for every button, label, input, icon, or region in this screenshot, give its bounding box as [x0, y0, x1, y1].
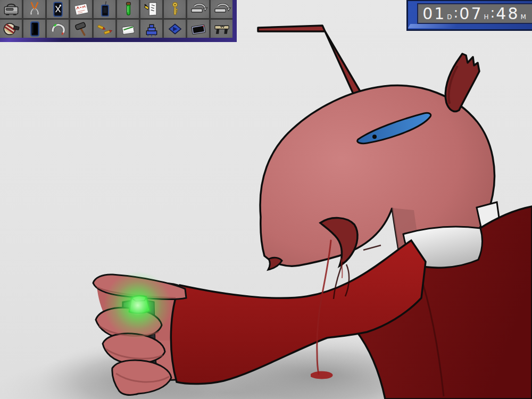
inventory-slot-phone-x[interactable] [47, 0, 69, 18]
inventory-slot-bullets[interactable] [94, 20, 115, 38]
inventory-bar [0, 0, 237, 42]
test-tube-icon [118, 1, 139, 18]
timer-hours: 07 [459, 6, 483, 22]
timer-separator: : [491, 5, 495, 21]
blue-diamond-button-icon [164, 21, 186, 37]
phone-with-x-icon [47, 1, 69, 18]
inventory-slot-key[interactable] [164, 0, 186, 18]
inventory-slot-transmitter[interactable] [94, 0, 115, 18]
inventory-grid [0, 0, 232, 38]
radio-icon [1, 1, 22, 18]
handle-with-arrow-icon [188, 1, 209, 18]
antenna [258, 26, 365, 99]
inventory-slot-pliers[interactable] [23, 0, 45, 18]
timer-hours-unit: h [484, 13, 489, 21]
blood-pool [311, 371, 332, 379]
headset-icon [47, 21, 69, 37]
inventory-slot-handle-1[interactable] [187, 0, 209, 18]
eye-pupil [372, 135, 377, 139]
handle-with-arrow-icon [211, 1, 232, 18]
inventory-slot-mallet[interactable] [70, 20, 92, 38]
inventory-slot-bracket[interactable] [211, 20, 232, 38]
timer-days: 01 [422, 6, 446, 22]
papers-and-pencil-icon [141, 1, 162, 18]
timer-separator: : [454, 5, 459, 21]
inventory-slot-papers[interactable] [140, 0, 162, 18]
inventory-slot-handle-2[interactable] [211, 0, 232, 18]
inventory-slot-headset[interactable] [47, 20, 69, 38]
inventory-slot-radio[interactable] [0, 0, 22, 18]
inventory-slot-diamond[interactable] [164, 20, 186, 38]
radio-transmitter-icon [94, 1, 115, 18]
inventory-slot-test-tube[interactable] [117, 0, 139, 18]
timer-days-unit: d [447, 13, 452, 21]
tablet-icon [188, 21, 209, 37]
inventory-slot-note[interactable] [70, 0, 92, 18]
pliers-icon [24, 1, 45, 18]
mallet-icon [71, 21, 92, 37]
countdown-display: 01d : 07h : 48m [417, 3, 532, 24]
inventory-slot-tablet[interactable] [187, 20, 209, 38]
timer-minutes-unit: m [521, 13, 526, 21]
gold-key-icon [164, 1, 186, 18]
phone-icon [24, 21, 45, 37]
striped-sphere-device-icon [1, 21, 22, 37]
inventory-slot-striped-sphere[interactable] [0, 20, 22, 38]
button-glow [104, 271, 172, 339]
small-fang [268, 257, 282, 270]
inventory-slot-blocks[interactable] [140, 20, 162, 38]
bullets-icon [94, 21, 115, 37]
countdown-timer: 01d : 07h : 48m [406, 0, 532, 31]
inventory-slot-phone[interactable] [23, 20, 45, 38]
note-with-red-scribble-icon [71, 1, 92, 18]
timer-minutes: 48 [496, 6, 519, 22]
blue-block-stack-icon [141, 21, 162, 37]
inventory-slot-notebook[interactable] [117, 20, 139, 38]
notebook-with-pen-icon [118, 21, 139, 37]
mounting-bracket-icon [211, 21, 232, 37]
character-illustration [0, 0, 532, 399]
